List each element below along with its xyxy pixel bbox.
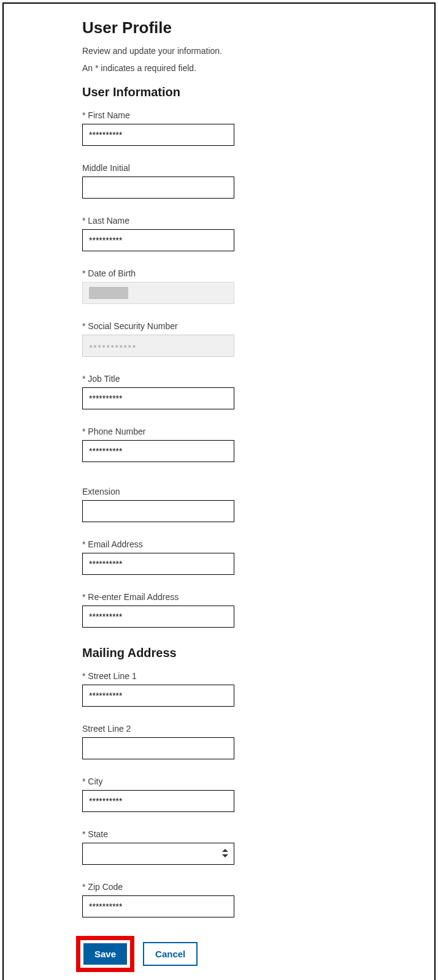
zip-label: * Zip Code <box>82 882 355 892</box>
email-label: * Email Address <box>82 539 355 549</box>
middle-initial-label: Middle Initial <box>82 163 355 173</box>
city-label: * City <box>82 777 355 786</box>
street1-label: * Street Line 1 <box>82 671 355 681</box>
state-select[interactable] <box>82 843 234 865</box>
cancel-button[interactable]: Cancel <box>143 942 198 966</box>
middle-initial-input[interactable] <box>82 177 234 199</box>
street1-input[interactable] <box>82 685 234 707</box>
ssn-label: * Social Security Number <box>82 321 355 331</box>
first-name-label: * First Name <box>82 110 355 120</box>
mailing-address-heading: Mailing Address <box>82 646 355 660</box>
state-label: * State <box>82 829 355 839</box>
ssn-redacted: ●●●●●●●●●●● <box>89 343 136 349</box>
zip-input[interactable] <box>82 895 234 917</box>
dob-label: * Date of Birth <box>82 268 355 278</box>
last-name-label: * Last Name <box>82 216 355 226</box>
job-title-input[interactable] <box>82 387 234 409</box>
email-input[interactable] <box>82 553 234 575</box>
page-subtitle: Review and update your information. <box>82 46 355 56</box>
save-highlight-box: Save <box>76 936 134 972</box>
save-button[interactable]: Save <box>83 943 127 965</box>
extension-input[interactable] <box>82 500 234 522</box>
dob-redacted-bar <box>89 287 128 299</box>
phone-input[interactable] <box>82 440 234 462</box>
phone-label: * Phone Number <box>82 427 355 436</box>
last-name-input[interactable] <box>82 229 234 251</box>
ssn-input: ●●●●●●●●●●● <box>82 335 234 357</box>
dob-input <box>82 282 234 304</box>
email-confirm-label: * Re-enter Email Address <box>82 592 355 602</box>
street2-input[interactable] <box>82 737 234 759</box>
page-title: User Profile <box>82 18 355 37</box>
city-input[interactable] <box>82 790 234 812</box>
email-confirm-input[interactable] <box>82 606 234 628</box>
required-note: An * indicates a required field. <box>82 63 355 73</box>
street2-label: Street Line 2 <box>82 724 355 734</box>
first-name-input[interactable] <box>82 124 234 146</box>
user-information-heading: User Information <box>82 85 355 99</box>
extension-label: Extension <box>82 487 355 496</box>
job-title-label: * Job Title <box>82 374 355 384</box>
